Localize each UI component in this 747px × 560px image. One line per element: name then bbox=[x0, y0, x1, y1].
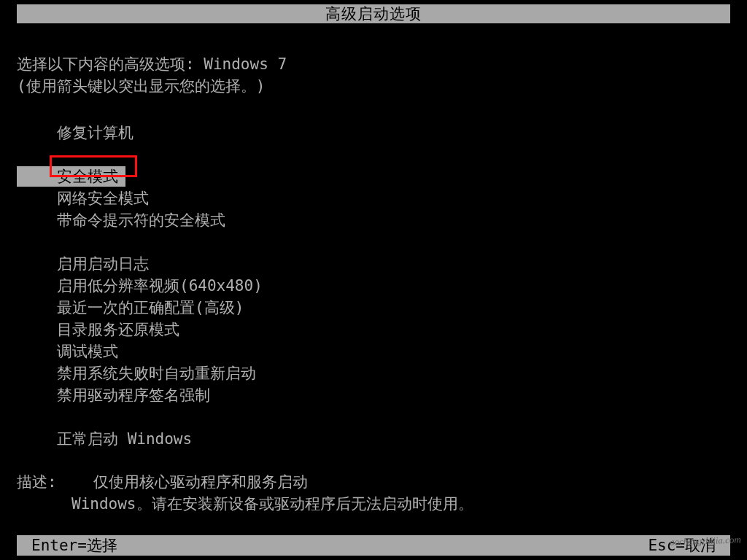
selected-highlight: 安全模式 bbox=[17, 166, 125, 187]
option-repair-computer[interactable]: 修复计算机 bbox=[17, 122, 730, 144]
option-safe-mode-cmd[interactable]: 带命令提示符的安全模式 bbox=[17, 209, 730, 231]
description-line-2: Windows。请在安装新设备或驱动程序后无法启动时使用。 bbox=[17, 495, 473, 513]
instruction-prefix: 选择以下内容的高级选项: bbox=[17, 55, 204, 73]
option-start-normally[interactable]: 正常启动 Windows bbox=[17, 428, 730, 450]
option-disable-auto-restart[interactable]: 禁用系统失败时自动重新启动 bbox=[17, 362, 730, 384]
title-text: 高级启动选项 bbox=[325, 5, 422, 23]
option-safe-mode-networking[interactable]: 网络安全模式 bbox=[17, 187, 730, 209]
option-boot-logging[interactable]: 启用启动日志 bbox=[17, 253, 730, 275]
description-block: 描述: 仅使用核心驱动程序和服务启动 Windows。请在安装新设备或驱动程序后… bbox=[17, 471, 473, 515]
instruction-line-2: (使用箭头键以突出显示您的选择。) bbox=[17, 75, 730, 97]
hint-enter-select: Enter=选择 bbox=[31, 535, 117, 556]
boot-options-list: 修复计算机 安全模式 网络安全模式 带命令提示符的安全模式 启用启动日志 启用低… bbox=[17, 122, 730, 450]
content-area: 选择以下内容的高级选项: Windows 7 (使用箭头键以突出显示您的选择。)… bbox=[17, 53, 730, 450]
option-debug-mode[interactable]: 调试模式 bbox=[17, 341, 730, 362]
option-safe-mode[interactable]: 安全模式 bbox=[17, 166, 730, 187]
instruction-os: Windows 7 bbox=[204, 55, 287, 73]
hint-esc-cancel: Esc=取消 bbox=[648, 535, 716, 556]
footer-bar: Enter=选择 Esc=取消 bbox=[17, 535, 730, 556]
option-disable-driver-sig[interactable]: 禁用驱动程序签名强制 bbox=[17, 384, 730, 406]
instruction-line-1: 选择以下内容的高级选项: Windows 7 bbox=[17, 53, 730, 75]
option-ds-restore[interactable]: 目录服务还原模式 bbox=[17, 319, 730, 341]
description-label: 描述: bbox=[17, 473, 57, 491]
option-last-known-good[interactable]: 最近一次的正确配置(高级) bbox=[17, 297, 730, 319]
description-line-1: 仅使用核心驱动程序和服务启动 bbox=[93, 473, 308, 491]
title-bar: 高级启动选项 bbox=[17, 4, 730, 23]
option-low-res-video[interactable]: 启用低分辨率视频(640x480) bbox=[17, 275, 730, 297]
